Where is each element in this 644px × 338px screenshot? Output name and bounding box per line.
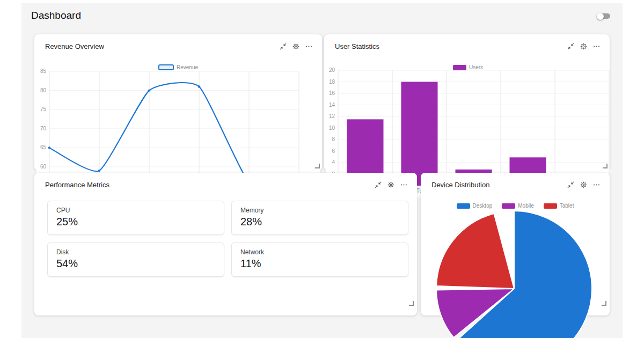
revenue-legend[interactable]: Revenue (36, 64, 320, 70)
metric-value: 54% (56, 258, 215, 270)
metric-tile-network: Network 11% (231, 243, 408, 277)
collapse-icon[interactable] (280, 43, 287, 50)
devices-legend[interactable]: Desktop Mobile Tablet (423, 203, 608, 209)
resize-handle[interactable] (602, 301, 606, 306)
users-legend[interactable]: Users (326, 64, 610, 70)
devices-pie-chart[interactable] (423, 200, 608, 338)
ellipsis-icon[interactable] (305, 43, 312, 50)
users-legend-swatch (453, 65, 466, 70)
svg-text:60: 60 (40, 164, 47, 170)
svg-text:8: 8 (332, 136, 335, 142)
metric-value: 11% (240, 258, 399, 270)
metric-value: 28% (240, 216, 399, 228)
revenue-legend-label: Revenue (177, 64, 198, 70)
tablet-legend-label: Tablet (560, 203, 574, 209)
metric-label: Disk (56, 248, 215, 256)
collapse-icon[interactable] (567, 43, 574, 50)
resize-handle[interactable] (315, 164, 320, 168)
ellipsis-icon[interactable] (593, 181, 600, 188)
card-performance-metrics[interactable]: Performance Metrics (34, 173, 417, 315)
svg-text:75: 75 (40, 106, 47, 112)
metric-tile-cpu: CPU 25% (47, 201, 224, 235)
revenue-legend-swatch (158, 64, 174, 70)
mobile-legend-swatch (502, 203, 515, 209)
gear-icon[interactable] (580, 181, 587, 188)
svg-text:80: 80 (40, 87, 47, 93)
gear-icon[interactable] (387, 181, 394, 188)
desktop-legend-label: Desktop (473, 203, 493, 209)
svg-text:16: 16 (329, 90, 335, 96)
metric-value: 25% (56, 216, 215, 228)
svg-text:18: 18 (329, 79, 335, 85)
collapse-icon[interactable] (567, 181, 574, 188)
resize-handle[interactable] (603, 164, 608, 168)
svg-text:4: 4 (332, 159, 335, 165)
svg-text:65: 65 (40, 144, 47, 150)
dashboard-app: Dashboard Revenue Overview (0, 0, 644, 338)
metric-tile-memory: Memory 28% (231, 201, 408, 235)
card-title: User Statistics (335, 42, 379, 50)
card-header[interactable]: User Statistics (324, 34, 610, 50)
page-title: Dashboard (31, 10, 81, 21)
metric-label: Memory (240, 207, 399, 214)
card-header[interactable]: Performance Metrics (34, 173, 417, 189)
card-header[interactable]: Revenue Overview (34, 34, 322, 50)
metric-label: Network (240, 248, 399, 256)
metric-label: CPU (56, 207, 215, 214)
svg-text:10: 10 (329, 125, 335, 131)
resize-handle[interactable] (409, 301, 414, 306)
ellipsis-icon[interactable] (593, 43, 600, 50)
desktop-legend-swatch (457, 203, 470, 209)
users-legend-label: Users (469, 64, 483, 70)
metric-tile-disk: Disk 54% (47, 243, 224, 277)
card-title: Performance Metrics (45, 181, 109, 189)
mobile-legend-label: Mobile (518, 203, 533, 209)
card-title: Revenue Overview (45, 42, 104, 50)
theme-toggle[interactable] (597, 12, 611, 20)
collapse-icon[interactable] (375, 181, 382, 188)
gear-icon[interactable] (292, 43, 299, 50)
metric-tiles: CPU 25% Memory 28% Disk 54% Network 11% (47, 201, 408, 277)
card-header[interactable]: Device Distribution (421, 173, 610, 189)
card-title: Device Distribution (431, 181, 489, 189)
svg-text:70: 70 (40, 126, 47, 131)
ellipsis-icon[interactable] (400, 181, 407, 188)
gear-icon[interactable] (580, 43, 587, 50)
svg-text:6: 6 (332, 148, 335, 154)
svg-text:14: 14 (329, 102, 335, 108)
tablet-legend-swatch (544, 203, 557, 209)
svg-text:12: 12 (329, 113, 335, 119)
toggle-knob[interactable] (597, 13, 604, 20)
